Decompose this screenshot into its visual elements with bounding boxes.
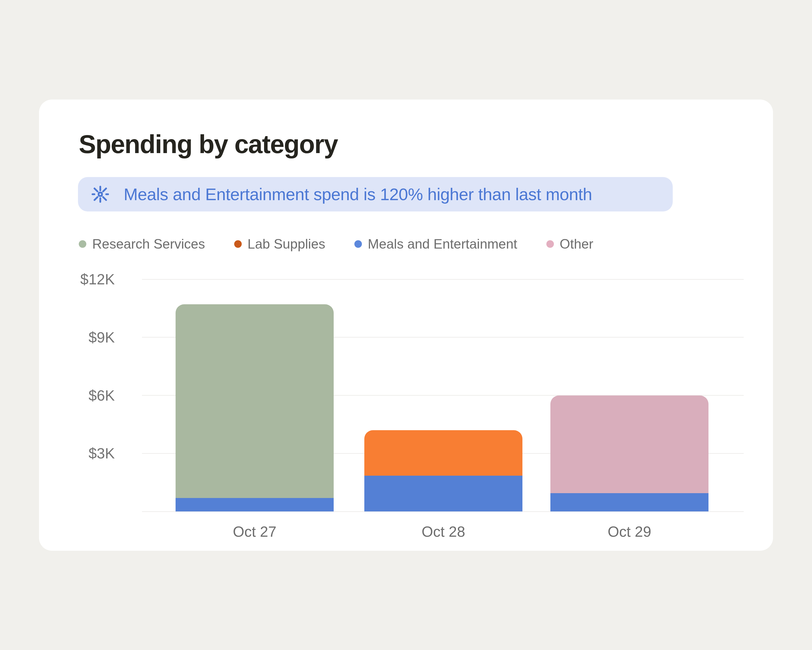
bar-segment-other[interactable] [550,396,708,493]
bar-chart: $12K$9K$6K$3KOct 27Oct 28Oct 29 [39,99,773,551]
x-axis-label: Oct 29 [550,523,708,541]
x-axis-label: Oct 27 [176,523,334,541]
bar-segment-lab-supplies[interactable] [364,430,522,476]
y-axis-label: $3K [39,444,115,462]
spending-card: Spending by category Meals and Entertain… [39,99,773,551]
bar-segment-meals-and-entertainment[interactable] [364,476,522,511]
y-axis-label: $9K [39,328,115,347]
gridline [142,279,744,280]
y-axis-label: $6K [39,386,115,405]
bar-segment-meals-and-entertainment[interactable] [550,493,708,511]
x-axis-label: Oct 28 [364,523,522,541]
bar-segment-research-services[interactable] [176,304,334,498]
y-axis-label: $12K [39,270,115,288]
bar-segment-meals-and-entertainment[interactable] [176,498,334,511]
